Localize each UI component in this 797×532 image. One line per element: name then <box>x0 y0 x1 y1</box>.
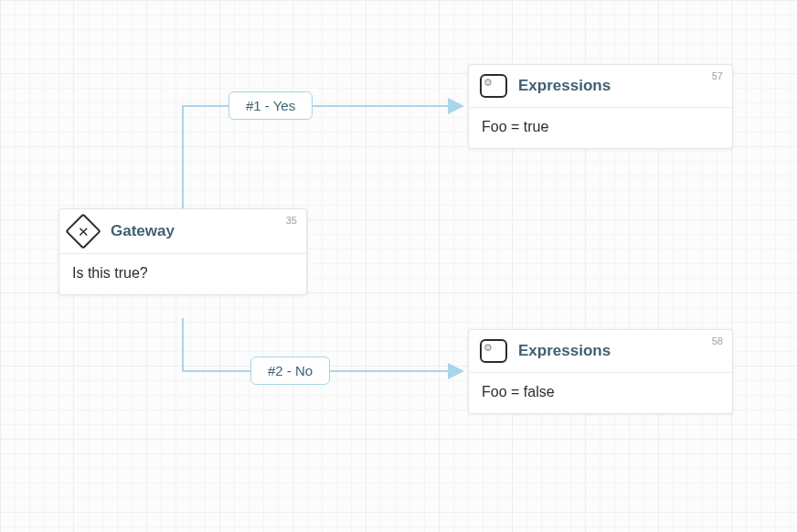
node-id: 58 <box>712 335 723 346</box>
node-title: Expressions <box>518 77 611 95</box>
node-body: Foo = false <box>469 373 732 413</box>
node-header: ⚙ Expressions <box>469 65 732 108</box>
expressions-icon: ⚙ <box>480 339 507 363</box>
diagram-canvas[interactable]: 35 ✕ Gateway Is this true? #1 - Yes #2 -… <box>0 0 797 532</box>
node-header: ⚙ Expressions <box>469 330 732 373</box>
gateway-icon: ✕ <box>65 213 101 250</box>
gateway-node[interactable]: 35 ✕ Gateway Is this true? <box>58 208 307 295</box>
node-id: 35 <box>286 215 297 226</box>
node-id: 57 <box>712 70 723 81</box>
expressions-icon: ⚙ <box>480 74 507 98</box>
node-body: Is this true? <box>59 254 306 294</box>
node-body: Foo = true <box>469 108 732 148</box>
node-header: ✕ Gateway <box>59 209 306 254</box>
branch-label-no[interactable]: #2 - No <box>250 356 330 385</box>
node-title: Expressions <box>518 342 611 360</box>
expressions-node-1[interactable]: 57 ⚙ Expressions Foo = true <box>468 64 733 149</box>
expressions-node-2[interactable]: 58 ⚙ Expressions Foo = false <box>468 329 733 414</box>
connector-yes <box>183 106 462 208</box>
branch-label-yes[interactable]: #1 - Yes <box>228 91 313 120</box>
node-title: Gateway <box>111 222 175 240</box>
